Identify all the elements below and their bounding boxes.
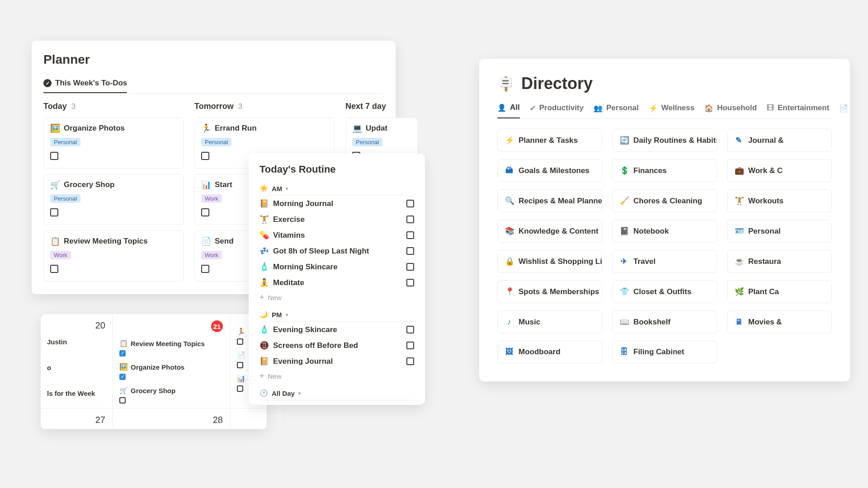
directory-item[interactable]: 🖥Movies & xyxy=(727,310,832,333)
checkbox[interactable] xyxy=(201,152,209,160)
tag-work[interactable]: Work xyxy=(201,194,222,203)
checkbox[interactable] xyxy=(50,265,58,273)
checkbox[interactable] xyxy=(237,385,243,392)
checkbox[interactable] xyxy=(201,208,209,216)
directory-tab[interactable]: ✔Productivity xyxy=(530,100,584,118)
checkbox[interactable] xyxy=(406,231,414,239)
checkbox[interactable] xyxy=(406,326,414,333)
calendar-item[interactable]: o xyxy=(45,362,108,373)
directory-item[interactable]: ✈Travel xyxy=(612,250,717,273)
section-icon: 🌙 xyxy=(259,310,268,319)
routine-item[interactable]: 📔Morning Journal xyxy=(259,196,414,211)
directory-item[interactable]: 📖Bookshelf xyxy=(612,310,717,333)
checkbox[interactable] xyxy=(406,263,414,271)
checkbox[interactable] xyxy=(406,279,414,286)
directory-tab[interactable]: 👤All xyxy=(497,100,520,118)
directory-tab[interactable]: 👥Personal xyxy=(594,100,639,118)
directory-item[interactable]: ☕Restaura xyxy=(727,250,832,273)
checkbox[interactable] xyxy=(201,265,209,273)
directory-item[interactable]: ✎Journal & xyxy=(727,129,832,152)
directory-item[interactable]: ⚡Planner & Tasks xyxy=(497,129,602,152)
checkbox[interactable] xyxy=(50,152,58,160)
checkbox[interactable] xyxy=(237,338,243,345)
item-icon: 💲 xyxy=(620,166,628,175)
checkbox[interactable] xyxy=(50,208,58,216)
directory-item[interactable]: 🗄Filing Cabinet xyxy=(612,341,717,363)
routine-item[interactable]: 📵Screens off Before Bed xyxy=(259,338,414,353)
tag-personal[interactable]: Personal xyxy=(352,138,382,146)
task-card[interactable]: 🖼️Organize PhotosPersonal xyxy=(43,117,184,169)
routine-section-header[interactable]: 🌙PM▾ xyxy=(259,308,414,322)
task-card[interactable]: 📋Review Meeting TopicsWork xyxy=(43,230,184,282)
tab-icon: 🎞 xyxy=(767,104,774,112)
calendar-cell[interactable]: 21 📋Review Meeting Topics🖼️Organize Phot… xyxy=(113,314,231,408)
directory-item[interactable]: 📍Spots & Memberships xyxy=(497,280,602,303)
checkbox[interactable] xyxy=(406,247,414,255)
routine-item[interactable]: 💤Got 8h of Sleep Last Night xyxy=(259,243,414,259)
routine-item[interactable]: 🧘Meditate xyxy=(259,275,414,291)
directory-item[interactable]: 🔄Daily Routines & Habits xyxy=(612,129,717,152)
tag-personal[interactable]: Personal xyxy=(201,138,231,146)
plus-icon: + xyxy=(259,372,264,380)
calendar-cell[interactable]: 27 xyxy=(41,408,113,429)
tab-this-weeks-todos[interactable]: ✓ This Week's To-Dos xyxy=(43,76,127,93)
directory-tab[interactable]: 🏠Household xyxy=(704,100,757,118)
directory-item[interactable]: 💲Finances xyxy=(612,159,717,182)
directory-item[interactable]: 🔍Recipes & Meal Planner xyxy=(497,189,602,212)
item-emoji-icon: 📄 xyxy=(237,351,245,359)
tag-personal[interactable]: Personal xyxy=(50,138,80,146)
column-count: 3 xyxy=(238,102,242,111)
checkbox[interactable] xyxy=(119,350,126,357)
directory-tab[interactable]: 📄 xyxy=(839,100,852,118)
directory-item[interactable]: 🏔Goals & Milestones xyxy=(497,159,602,182)
directory-item[interactable]: 📚Knowledge & Content xyxy=(497,220,602,243)
tag-work[interactable]: Work xyxy=(201,251,222,259)
directory-item[interactable]: 🖼Moodboard xyxy=(497,341,602,363)
calendar-item[interactable]: Justin xyxy=(45,336,108,347)
calendar-cell[interactable] xyxy=(231,408,285,429)
routine-item[interactable]: 📔Evening Journal xyxy=(259,353,414,369)
directory-tab[interactable]: ⚡Wellness xyxy=(649,100,694,118)
column-name: Next 7 day xyxy=(345,102,386,111)
tag-personal[interactable]: Personal xyxy=(50,194,80,203)
calendar-item[interactable]: 🛒Grocery Shop xyxy=(118,385,226,396)
item-icon: 🔄 xyxy=(620,136,628,145)
tag-work[interactable]: Work xyxy=(50,251,71,259)
routine-item[interactable]: 🏋️Exercise xyxy=(259,211,414,227)
directory-tab[interactable]: 🎞Entertainment xyxy=(767,100,829,118)
directory-item[interactable]: 👕Closet & Outfits xyxy=(612,280,717,303)
calendar-item[interactable]: 🖼️Organize Photos xyxy=(118,361,226,373)
card-emoji-icon: 📊 xyxy=(201,180,210,190)
routine-section-header[interactable]: 🕐All Day▾ xyxy=(259,386,414,400)
checkbox[interactable] xyxy=(119,374,126,380)
routine-item[interactable]: 🧴Evening Skincare xyxy=(259,322,414,338)
calendar-cell[interactable]: 28 xyxy=(113,408,231,429)
item-emoji-icon: 🛒 xyxy=(119,386,128,394)
calendar-item[interactable]: ls for the Week xyxy=(45,388,108,399)
routine-item[interactable]: 🧴Morning Skincare xyxy=(259,259,414,275)
checkbox[interactable] xyxy=(119,397,126,404)
new-item-button[interactable]: +New xyxy=(259,291,414,308)
checkbox[interactable] xyxy=(406,342,414,349)
section-label: AM xyxy=(272,185,282,192)
directory-item[interactable]: 🌿Plant Ca xyxy=(727,280,832,303)
routine-section-header[interactable]: ☀️AM▾ xyxy=(259,182,414,196)
directory-item[interactable]: 🏋Workouts xyxy=(727,189,832,212)
checkbox[interactable] xyxy=(406,200,414,207)
item-emoji-icon: 💊 xyxy=(259,230,269,240)
directory-item[interactable]: 📓Notebook xyxy=(612,220,717,243)
task-card[interactable]: 🛒Grocery ShopPersonal xyxy=(43,174,184,225)
directory-item[interactable]: 🪪Personal xyxy=(727,220,832,243)
routine-item[interactable]: 💊Vitamins xyxy=(259,227,414,243)
new-item-button[interactable]: +New xyxy=(259,369,414,386)
directory-item[interactable]: ♪Music xyxy=(497,310,602,333)
directory-item[interactable]: 🔒Wishlist & Shopping List xyxy=(497,250,602,273)
checkbox[interactable] xyxy=(406,216,414,223)
directory-item[interactable]: 💼Work & C xyxy=(727,159,832,182)
item-emoji-icon: 📵 xyxy=(259,341,269,350)
directory-item[interactable]: 🧹Chores & Cleaning xyxy=(612,189,717,212)
checkbox[interactable] xyxy=(406,357,414,365)
checkbox[interactable] xyxy=(237,362,243,368)
calendar-item[interactable]: 📋Review Meeting Topics xyxy=(118,338,226,349)
calendar-cell[interactable]: 20 Justin o ls for the Week xyxy=(41,314,113,408)
